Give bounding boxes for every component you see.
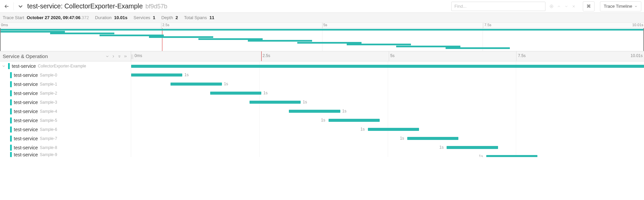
row-gridline — [516, 116, 516, 125]
operation-name: Sample-0 — [40, 73, 57, 78]
view-mode-dropdown[interactable]: Trace Timeline — [600, 1, 641, 11]
span-row-timeline: 1s — [131, 98, 644, 107]
operation-name: Sample-4 — [40, 109, 57, 114]
row-gridline — [259, 152, 260, 157]
span-bar[interactable] — [131, 65, 644, 68]
span-bar[interactable] — [329, 119, 380, 122]
span-row-left: test-serviceSample-2 — [0, 89, 131, 98]
row-gridline — [388, 134, 388, 143]
minimap-cursor[interactable] — [162, 28, 162, 51]
stat-depth: Depth 2 — [161, 15, 178, 20]
operation-name: Sample-9 — [40, 152, 57, 157]
service-name: test-service — [14, 91, 38, 96]
span-row-timeline: 1s — [131, 134, 644, 143]
span-bar[interactable] — [486, 155, 537, 157]
row-gridline — [388, 70, 388, 80]
timeline-tick: 7.5s — [516, 51, 526, 61]
stat-services: Services 1 — [134, 15, 155, 20]
span-row[interactable]: test-serviceSample-11s — [0, 80, 644, 89]
clear-find-icon[interactable] — [570, 2, 577, 11]
collapse-trace-button[interactable] — [16, 2, 25, 10]
minimap-span-bar — [50, 33, 114, 34]
trace-id: bf9d57b — [146, 3, 167, 10]
collapse-one-icon[interactable] — [105, 54, 110, 59]
span-bar[interactable] — [447, 146, 498, 149]
next-result-icon[interactable] — [563, 2, 570, 11]
row-gridline — [516, 70, 516, 80]
span-row[interactable]: test-serviceSample-41s — [0, 107, 644, 116]
span-bar[interactable] — [171, 83, 222, 86]
span-duration-label: 1s — [342, 109, 347, 113]
span-duration-label: 1s — [479, 154, 483, 157]
expand-row-icon[interactable] — [1, 64, 6, 68]
span-bar[interactable] — [250, 101, 301, 104]
prev-result-icon[interactable] — [555, 2, 563, 11]
span-row-timeline: 1s — [131, 116, 644, 125]
row-gridline — [516, 98, 516, 107]
row-gridline — [516, 143, 516, 152]
service-color-marker — [10, 90, 12, 96]
minimap-span-bar — [198, 38, 263, 40]
collapse-all-icon[interactable] — [117, 54, 122, 59]
timeline-tick: 5s — [389, 51, 395, 61]
service-color-marker — [10, 127, 12, 133]
span-row-left: test-serviceSample-0 — [0, 70, 131, 80]
columns-header: Service & Operation || 0ms2.5s5s7.5s10.0… — [0, 51, 644, 61]
row-gridline — [259, 116, 260, 125]
expand-all-icon[interactable] — [123, 54, 128, 59]
operation-name: Sample-3 — [40, 100, 57, 105]
operation-name: Sample-5 — [40, 118, 57, 123]
span-row[interactable]: test-serviceSample-31s — [0, 98, 644, 107]
span-row[interactable]: test-serviceSample-21s — [0, 89, 644, 98]
span-row[interactable]: test-serviceSample-51s — [0, 116, 644, 125]
span-row[interactable]: test-serviceSample-71s — [0, 134, 644, 143]
stat-total-spans: Total Spans 11 — [184, 15, 214, 20]
span-bar[interactable] — [289, 110, 340, 113]
span-row-left: test-serviceSample-5 — [0, 116, 131, 125]
span-bar[interactable] — [407, 137, 458, 140]
row-gridline — [388, 152, 388, 157]
minimap-tick: 5s — [322, 23, 328, 28]
row-gridline — [516, 125, 516, 134]
minimap[interactable] — [0, 28, 644, 51]
minimap-tick: 7.5s — [483, 23, 491, 28]
span-row[interactable]: test-serviceSample-91s — [0, 152, 644, 157]
row-gridline — [388, 98, 388, 107]
expand-one-icon[interactable] — [111, 54, 116, 59]
timeline-header: 0ms2.5s5s7.5s10.01s — [133, 51, 644, 61]
row-gridline — [516, 89, 516, 98]
span-row-timeline: 1s — [131, 107, 644, 116]
row-gridline — [388, 143, 388, 152]
span-bar[interactable] — [368, 128, 419, 131]
row-gridline — [259, 125, 260, 134]
back-button[interactable] — [3, 2, 11, 10]
span-bar[interactable] — [210, 92, 261, 95]
service-name: test-service — [14, 82, 38, 87]
span-row[interactable]: test-serviceCollectorExporter-Example — [0, 61, 644, 70]
find-input[interactable] — [451, 2, 545, 11]
span-row[interactable]: test-serviceSample-61s — [0, 125, 644, 134]
stats-bar: Trace Start October 27 2020, 09:47:06.37… — [0, 13, 644, 23]
span-row[interactable]: test-serviceSample-01s — [0, 70, 644, 80]
service-operation-header: Service & Operation — [0, 51, 131, 61]
span-duration-label: 1s — [321, 118, 326, 122]
timeline-cursor[interactable] — [261, 51, 262, 61]
span-row[interactable]: test-serviceSample-81s — [0, 143, 644, 152]
top-bar: test-service: CollectorExporter-Example … — [0, 0, 644, 13]
timeline-tick: 10.01s — [629, 51, 643, 61]
view-mode-label: Trace Timeline — [604, 4, 632, 9]
locate-icon[interactable] — [548, 2, 555, 11]
minimap-span-bar — [396, 46, 460, 47]
keyboard-shortcuts-button[interactable]: ⌘ — [583, 1, 595, 11]
service-name: test-service — [14, 109, 38, 114]
operation-name: Sample-2 — [40, 91, 57, 96]
service-name: test-service — [14, 152, 38, 157]
service-name: test-service — [14, 100, 38, 105]
span-row-left: test-serviceSample-3 — [0, 98, 131, 107]
service-name: test-service — [12, 63, 36, 69]
service-color-marker — [10, 152, 12, 157]
operation-name: Sample-7 — [40, 136, 57, 141]
service-name: test-service — [14, 72, 38, 78]
span-bar[interactable] — [131, 73, 182, 77]
span-row-left: test-serviceSample-7 — [0, 134, 131, 143]
